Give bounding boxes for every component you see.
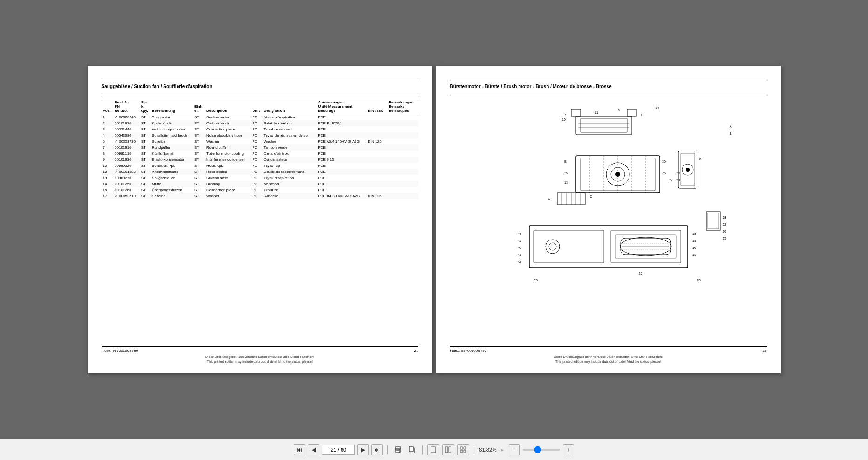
title-divider — [102, 95, 418, 95]
svg-rect-4 — [576, 116, 632, 135]
cell-bezeichnung: Übergangsstutzen — [150, 187, 193, 193]
last-page-button[interactable]: ⏭ — [371, 444, 383, 455]
col-einheit: Einheit — [193, 99, 205, 114]
toolbar-separator-3 — [474, 445, 474, 454]
cell-pos: 1 — [102, 114, 114, 121]
zoom-slider[interactable] — [523, 449, 560, 451]
table-row: 7 00101910 ST Rundpuffer ST Round buffer… — [102, 144, 418, 151]
cell-bemerkungen — [387, 144, 418, 151]
cell-stck: ST — [140, 163, 150, 169]
table-row: 8 00981110 ST Kühlluftkanal ST Tube for … — [102, 151, 418, 157]
table-row: 12 ✓ 00101280 ST Anschlussmuffe ST Hose … — [102, 169, 418, 175]
cell-best-nr: ✓ 00053730 — [113, 138, 140, 144]
cell-einheit: ST — [193, 187, 205, 193]
prev-page-button[interactable]: ◀ — [308, 444, 319, 455]
table-row: 10 00980320 ST Schlauch, kpl. ST Hose, c… — [102, 163, 418, 169]
page22-footer: Index: 99700100BT90 22 Diese Druckausgab… — [450, 346, 767, 364]
cell-description: Washer — [205, 193, 251, 199]
cell-abmessungen: PCE B4.3-140HV-St A2G — [317, 193, 367, 199]
svg-text:30: 30 — [662, 160, 666, 163]
cell-best-nr: 00980320 — [113, 163, 140, 169]
col-bezeichnung: Bezeichnung — [150, 99, 193, 114]
cell-stck: ST — [140, 157, 150, 163]
table-row: 9 00101930 ST Entstörkondensator ST Inte… — [102, 157, 418, 163]
cell-best-nr: 00101260 — [113, 187, 140, 193]
cell-bemerkungen — [387, 163, 418, 169]
svg-rect-9 — [627, 109, 636, 116]
cell-stck: ST — [140, 187, 150, 193]
multi-page-view-button[interactable] — [457, 444, 469, 455]
single-page-view-button[interactable] — [427, 444, 439, 455]
cell-bemerkungen — [387, 126, 418, 132]
cell-abmessungen: PCE — [317, 181, 367, 187]
table-row: 1 ✓ 00980340 ST Saugmotor ST Suction mot… — [102, 114, 418, 121]
cell-unit: PC — [251, 120, 262, 126]
footer-index-label-22: Index: 99700100BT90 — [450, 349, 487, 353]
cell-einheit: ST — [193, 193, 205, 199]
footer-index-22: Index: 99700100BT90 22 — [450, 346, 767, 353]
zoom-in-button[interactable]: ＋ — [563, 444, 574, 455]
footer-index-label: Index: 99700100BT80 — [102, 349, 138, 353]
cell-description: Round buffer — [205, 144, 251, 151]
cell-unit: PC — [251, 144, 262, 151]
table-row: 3 00021440 ST Verbindungsstutzen ST Conn… — [102, 126, 418, 132]
page-number-input[interactable] — [322, 445, 355, 455]
svg-text:7: 7 — [564, 113, 566, 117]
cell-description: Washer — [205, 138, 251, 144]
cell-description: Suction hose — [205, 175, 251, 181]
cell-bezeichnung: Rundpuffer — [150, 144, 193, 151]
cell-pos: 12 — [102, 169, 114, 175]
svg-text:E: E — [564, 160, 567, 163]
cell-einheit: ST — [193, 169, 205, 175]
cell-einheit: ST — [193, 157, 205, 163]
footer-index-21: Index: 99700100BT80 21 — [102, 346, 418, 353]
cell-einheit: ST — [193, 151, 205, 157]
cell-best-nr: 00101250 — [113, 181, 140, 187]
svg-text:44: 44 — [518, 232, 521, 235]
cell-din-iso — [366, 132, 387, 138]
col-unit: Unit — [251, 99, 262, 114]
cell-best-nr: ✓ 00101280 — [113, 169, 140, 175]
cell-bezeichnung: Muffe — [150, 181, 193, 187]
cell-din-iso — [366, 163, 387, 169]
next-page-button[interactable]: ▶ — [357, 444, 369, 455]
cell-description: Tube for motor cooling — [205, 151, 251, 157]
cell-unit: PC — [251, 114, 262, 121]
toolbar: ⏮ ◀ ▶ ⏭ 8 — [0, 439, 868, 460]
cell-einheit: ST — [193, 181, 205, 187]
cell-einheit: ST — [193, 138, 205, 144]
cell-best-nr: 00980270 — [113, 175, 140, 181]
cell-best-nr: 00101910 — [113, 144, 140, 151]
svg-rect-76 — [396, 450, 400, 453]
svg-text:42: 42 — [518, 260, 521, 263]
svg-text:22: 22 — [723, 223, 726, 226]
col-stck: Stck.Qty. — [140, 99, 150, 114]
svg-text:26: 26 — [662, 172, 666, 175]
cell-abmessungen: PCE — [317, 163, 367, 169]
copy-button[interactable] — [406, 445, 417, 454]
zoom-out-button[interactable]: － — [509, 444, 520, 455]
cell-din-iso — [366, 187, 387, 193]
cell-best-nr: 00021440 — [113, 126, 140, 132]
svg-rect-36 — [534, 230, 604, 263]
cell-einheit: ST — [193, 120, 205, 126]
svg-rect-66 — [706, 212, 720, 230]
cell-din-iso — [366, 169, 387, 175]
footer-note-22: Diese Druckausgabe kann veraltete Daten … — [450, 355, 767, 364]
print-button[interactable] — [392, 445, 403, 454]
svg-text:45: 45 — [518, 239, 521, 242]
diagram-area: 11 8 F 30 10 7 — [450, 100, 767, 295]
two-page-view-button[interactable] — [442, 444, 454, 455]
cell-pos: 3 — [102, 126, 114, 132]
page21-footer: Index: 99700100BT80 21 Diese Druckausgab… — [102, 346, 418, 364]
svg-rect-85 — [460, 450, 463, 453]
cell-einheit: ST — [193, 132, 205, 138]
cell-einheit: ST — [193, 114, 205, 121]
cell-description: Suction motor — [205, 114, 251, 121]
cell-stck: ST — [140, 120, 150, 126]
cell-designation: Tampon ronde — [262, 144, 317, 151]
svg-text:36: 36 — [723, 230, 726, 233]
cell-description: Hose, cpl. — [205, 163, 251, 169]
first-page-button[interactable]: ⏮ — [294, 444, 305, 455]
svg-text:40: 40 — [518, 246, 521, 249]
